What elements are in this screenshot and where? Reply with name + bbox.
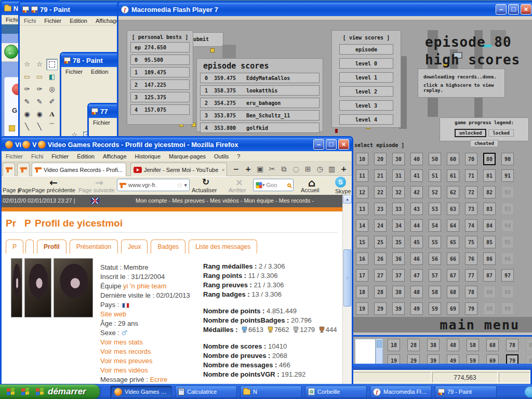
episode-cell-50[interactable]: 50 — [429, 153, 441, 165]
episode-cell-91[interactable]: 91 — [501, 169, 514, 182]
episode-cell-62[interactable]: 62 — [447, 186, 459, 198]
episode-cell-97[interactable]: 97 — [501, 269, 514, 282]
uk-flag-icon[interactable] — [91, 198, 99, 204]
minimize-button[interactable]: – — [496, 4, 507, 15]
menu-edition[interactable]: Edition — [65, 18, 91, 24]
episode-cell-69[interactable]: 69 — [447, 302, 459, 315]
main-menu-button[interactable]: main menu — [440, 317, 520, 332]
episode-cell-59[interactable]: 59 — [429, 302, 441, 315]
tab-vgr-profile[interactable]: Video Games Records - Profi... × — [32, 163, 126, 176]
search-text[interactable]: Goo — [267, 182, 285, 188]
episode-cell-82[interactable]: 82 — [483, 186, 496, 198]
skype-icon[interactable]: S — [335, 177, 346, 188]
episode-cell-60[interactable]: 60 — [447, 153, 459, 165]
close-button[interactable]: × — [338, 139, 349, 150]
zoom-out-icon[interactable]: − — [230, 163, 242, 175]
episode-cell-21[interactable]: 21 — [374, 169, 387, 182]
menu-affichage[interactable]: Affichage — [99, 153, 131, 159]
taskbar-item-video-games-re-[interactable]: Video Games Re... — [110, 385, 172, 398]
episode-cell-48[interactable]: 48 — [447, 339, 459, 351]
search-icon[interactable] — [287, 183, 291, 187]
episode-cell-74[interactable]: 74 — [465, 219, 477, 232]
search-box[interactable]: ▾ Goo — [253, 179, 294, 191]
episode-cell-66[interactable]: 66 — [447, 252, 459, 265]
episode-cell-83[interactable]: 83 — [483, 203, 496, 215]
url-dropdown-icon[interactable]: ▾ — [184, 182, 187, 189]
episode-cell-40[interactable]: 40 — [410, 153, 423, 165]
episode-cell-79[interactable]: 79 — [465, 302, 477, 315]
refresh-icon[interactable]: ↻ — [202, 177, 209, 187]
episode-cell-65[interactable]: 65 — [447, 236, 459, 248]
home-label[interactable]: Accueil — [301, 187, 319, 193]
episode-cell-30[interactable]: 30 — [392, 153, 405, 165]
taskbar-item-n[interactable]: N — [240, 385, 302, 398]
episode-cell-58[interactable]: 58 — [467, 339, 479, 351]
episode-cell-45[interactable]: 45 — [410, 236, 423, 248]
episode-cell-15[interactable]: 15 — [356, 236, 368, 248]
episode-cell-64[interactable]: 64 — [447, 219, 459, 232]
tab-fragment[interactable] — [17, 163, 30, 176]
episode-cell-58[interactable]: 58 — [429, 286, 441, 298]
episode-cell-16[interactable]: 16 — [356, 252, 368, 265]
scrollbar[interactable]: ▲ ≡ — [342, 195, 352, 384]
url-text[interactable]: www.vgr-fr. — [128, 182, 177, 188]
episode-cell-27[interactable]: 27 — [374, 269, 387, 282]
episode-cell-38[interactable]: 38 — [427, 339, 440, 351]
scroll-up-icon[interactable]: ▲ — [343, 195, 352, 204]
episode-cell-68[interactable]: 68 — [486, 339, 499, 351]
menu-fichier[interactable]: Fichier — [89, 119, 114, 126]
episode-cell-38[interactable]: 38 — [392, 286, 405, 298]
episode-cell-39[interactable]: 39 — [392, 302, 405, 315]
paste-icon[interactable]: ▣ — [254, 163, 266, 175]
tab-close-icon[interactable]: × — [221, 167, 224, 173]
tab-close-icon[interactable]: × — [126, 167, 126, 173]
episode-cell-49[interactable]: 49 — [410, 302, 423, 315]
profile-tab-liste-des-messages[interactable]: Liste des messages — [189, 240, 257, 254]
profile-link[interactable]: yi 'n phie team — [123, 282, 166, 290]
add-toolbar-icon[interactable]: + — [338, 163, 350, 175]
episode-cell-48[interactable]: 48 — [410, 286, 423, 298]
episode-cell-14[interactable]: 14 — [356, 219, 368, 232]
episode-cell-47[interactable]: 47 — [410, 269, 423, 282]
refresh-label[interactable]: Actualiser — [192, 187, 217, 193]
free-select-icon[interactable]: ☆ — [34, 59, 45, 70]
magnifier-icon[interactable]: ◎ — [46, 84, 58, 95]
episode-cell-23[interactable]: 23 — [374, 203, 387, 215]
episode-cell-78[interactable]: 78 — [465, 286, 477, 298]
episode-cell-61[interactable]: 61 — [447, 169, 459, 182]
episode-cell-95[interactable]: 95 — [501, 236, 514, 248]
profile-tab-profil[interactable]: Profil — [37, 240, 66, 254]
new-window-icon[interactable]: ⊞ — [302, 163, 314, 175]
episode-cell-84[interactable]: 84 — [483, 219, 496, 232]
airbrush-icon[interactable]: ◉ — [21, 109, 33, 120]
episode-cell-71[interactable]: 71 — [465, 169, 477, 182]
episode-cell-10[interactable]: 10 — [356, 153, 368, 165]
episode-cell-19[interactable]: 19 — [356, 302, 368, 315]
profile-tab-badges[interactable]: Badges — [151, 240, 185, 254]
maximize-button[interactable]: □ — [508, 4, 519, 15]
episode-cell-32[interactable]: 32 — [392, 186, 405, 198]
profile-tab-présentation[interactable]: Présentation — [70, 240, 118, 254]
fill-icon[interactable]: ◧ — [46, 71, 58, 83]
episode-cell-33[interactable]: 33 — [392, 203, 405, 215]
start-button[interactable]: démarrer — [0, 384, 100, 399]
episode-cell-98[interactable]: 98 — [501, 286, 514, 298]
menu-outils[interactable]: Outils — [210, 153, 233, 159]
eraser-icon[interactable]: ▭ — [34, 71, 45, 83]
profile-tab-jeux[interactable]: Jeux — [121, 240, 148, 254]
free-select-icon[interactable]: ☆ — [21, 59, 33, 70]
stop-icon[interactable]: × — [235, 177, 243, 188]
episode-cell-25[interactable]: 25 — [374, 236, 387, 248]
episode-cell-67[interactable]: 67 — [447, 269, 459, 282]
episode-cell-22[interactable]: 22 — [374, 186, 387, 198]
episode-cell-70[interactable]: 70 — [465, 153, 477, 165]
episode-cell-57[interactable]: 57 — [429, 269, 441, 282]
profile-link[interactable]: Voir mes records — [100, 348, 151, 355]
episode-cell-44[interactable]: 44 — [410, 219, 423, 232]
line-icon[interactable]: ╲ — [21, 121, 33, 132]
profile-link[interactable]: Voir mes vidéos — [100, 366, 148, 374]
episode-cell-63[interactable]: 63 — [447, 203, 459, 215]
episode-cell-20[interactable]: 20 — [374, 153, 387, 165]
menu-fichier[interactable]: Fichier — [61, 69, 87, 75]
text-icon[interactable]: A — [46, 109, 58, 120]
